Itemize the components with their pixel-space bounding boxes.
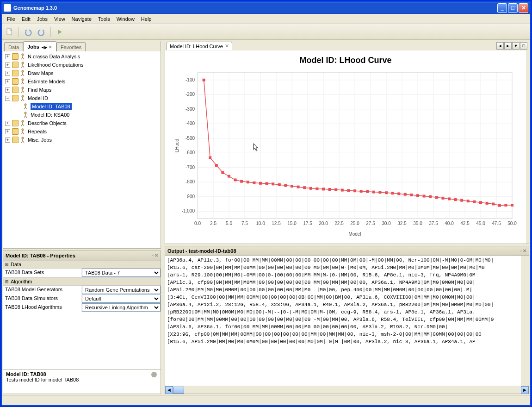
svg-rect-90 bbox=[297, 186, 300, 188]
expand-icon[interactable]: + bbox=[5, 54, 10, 59]
tree-item[interactable]: +Find Maps bbox=[4, 86, 160, 94]
menu-navigate[interactable]: Navigate bbox=[68, 15, 95, 23]
lhood-chart: 0.02.55.07.510.012.515.017.520.022.525.0… bbox=[172, 68, 519, 239]
svg-rect-92 bbox=[309, 187, 312, 190]
svg-point-2 bbox=[22, 62, 24, 64]
svg-rect-83 bbox=[253, 182, 255, 184]
prop-select[interactable]: Random Gene Permutations bbox=[82, 286, 161, 294]
nav-prev-button[interactable]: ◄ bbox=[496, 42, 504, 50]
svg-point-3 bbox=[22, 70, 24, 72]
scroll-thumb[interactable] bbox=[173, 387, 184, 394]
chart-tab[interactable]: Model ID: LHood Curve ✕ bbox=[167, 42, 232, 50]
tree-item[interactable]: Model ID: TAB08 bbox=[4, 102, 160, 111]
svg-rect-110 bbox=[423, 194, 426, 197]
collapse-icon[interactable]: − bbox=[5, 96, 10, 101]
tree-item[interactable]: Model ID: KSA00 bbox=[4, 111, 160, 119]
scroll-right-button[interactable]: ► bbox=[521, 386, 529, 394]
prop-select[interactable]: Recursive Linking Algorithm bbox=[82, 303, 161, 312]
undo-button[interactable] bbox=[23, 27, 33, 37]
tab-favorites[interactable]: Favorites bbox=[56, 42, 86, 51]
menu-jobs[interactable]: Jobs bbox=[34, 15, 51, 23]
expand-icon[interactable]: + bbox=[5, 129, 10, 134]
nav-next-button[interactable]: ► bbox=[504, 42, 512, 50]
menu-view[interactable]: View bbox=[51, 15, 68, 23]
svg-text:-300: -300 bbox=[186, 106, 195, 112]
props-window-icon[interactable]: ▫ bbox=[152, 253, 154, 258]
maximize-button[interactable]: □ bbox=[508, 3, 518, 13]
chart-vscrollbar[interactable] bbox=[526, 50, 529, 244]
svg-text:-400: -400 bbox=[186, 121, 195, 126]
expand-icon[interactable]: + bbox=[5, 71, 10, 76]
svg-rect-109 bbox=[416, 194, 419, 197]
svg-rect-115 bbox=[454, 198, 457, 201]
tree-item[interactable]: +Repeats bbox=[4, 127, 160, 136]
tree-item[interactable]: +Misc. Jobs bbox=[4, 136, 160, 144]
run-button[interactable] bbox=[55, 27, 65, 37]
svg-text:40.0: 40.0 bbox=[445, 221, 454, 226]
svg-rect-120 bbox=[486, 202, 489, 205]
svg-rect-84 bbox=[259, 182, 262, 185]
svg-text:20.0: 20.0 bbox=[319, 221, 328, 226]
minimize-button[interactable]: _ bbox=[497, 3, 507, 13]
menu-help[interactable]: Help bbox=[138, 15, 155, 23]
scroll-left-button[interactable]: ◄ bbox=[165, 386, 173, 394]
tree-item[interactable]: +Draw Maps bbox=[4, 69, 160, 77]
svg-rect-106 bbox=[397, 192, 400, 195]
svg-rect-85 bbox=[266, 182, 268, 185]
svg-point-10 bbox=[22, 129, 24, 131]
menu-tools[interactable]: Tools bbox=[95, 15, 113, 23]
svg-point-9 bbox=[22, 120, 24, 122]
app-icon bbox=[4, 4, 11, 12]
prop-select[interactable]: TAB08 Data - 7 bbox=[82, 269, 161, 277]
tab-data[interactable]: Data bbox=[4, 42, 23, 51]
menu-window[interactable]: Window bbox=[113, 15, 138, 23]
close-button[interactable]: ✕ bbox=[519, 3, 528, 13]
svg-rect-0 bbox=[7, 29, 12, 35]
status-dot-icon bbox=[151, 372, 157, 377]
prop-section[interactable]: Data bbox=[3, 260, 161, 269]
expand-icon[interactable]: + bbox=[5, 79, 10, 84]
new-file-button[interactable] bbox=[5, 27, 15, 37]
nav-maximize-button[interactable]: □ bbox=[520, 42, 527, 50]
prop-select[interactable]: Default bbox=[82, 294, 161, 303]
tree-item[interactable]: +Likelihood Computations bbox=[4, 61, 160, 69]
output-window-icon[interactable]: ▫ bbox=[520, 248, 522, 253]
tree-item[interactable]: +N.crassa Data Analysis bbox=[4, 52, 160, 61]
expand-icon[interactable]: + bbox=[5, 121, 10, 126]
menu-file[interactable]: File bbox=[4, 15, 19, 23]
output-hscrollbar[interactable]: ◄ ► bbox=[165, 386, 529, 394]
output-text[interactable]: [AP36a.4, AP1lc.3, for00|00|MM|MM|00MM|0… bbox=[165, 256, 521, 386]
tree-item[interactable]: +Describe Objects bbox=[4, 119, 160, 127]
svg-rect-96 bbox=[334, 188, 337, 191]
prop-section[interactable]: Algorithm bbox=[3, 277, 161, 286]
expand-icon[interactable]: + bbox=[5, 63, 10, 68]
svg-rect-75 bbox=[203, 79, 205, 81]
output-vscrollbar[interactable] bbox=[521, 256, 529, 386]
svg-rect-108 bbox=[410, 194, 413, 196]
titlebar[interactable]: Genomemap 1.3.0 _ □ ✕ bbox=[2, 2, 530, 14]
tree-item[interactable]: −Model ID bbox=[4, 94, 160, 102]
props-close-icon[interactable]: ✕ bbox=[155, 253, 158, 258]
tab-jobs[interactable]: Jobs ◄▶ ✕ bbox=[23, 41, 56, 51]
prop-desc-title: Model ID: TAB08 bbox=[6, 371, 158, 377]
left-tabstrip: DataJobs ◄▶ ✕Favorites bbox=[3, 41, 161, 51]
svg-rect-100 bbox=[360, 190, 363, 193]
tree-item[interactable]: +Estimate Models bbox=[4, 77, 160, 86]
properties-panel: Model ID: TAB08 - Properties ▫ ✕ DataTAB… bbox=[3, 250, 161, 394]
folder-icon bbox=[12, 78, 19, 85]
menu-edit[interactable]: Edit bbox=[19, 15, 34, 23]
redo-button[interactable] bbox=[37, 27, 47, 37]
output-close-icon[interactable]: ✕ bbox=[523, 248, 526, 253]
svg-rect-78 bbox=[221, 171, 224, 174]
svg-rect-119 bbox=[479, 201, 482, 204]
expand-icon[interactable]: + bbox=[5, 138, 10, 143]
tree-label: Model ID bbox=[28, 95, 48, 101]
svg-rect-111 bbox=[429, 195, 432, 198]
svg-rect-99 bbox=[353, 189, 356, 192]
svg-text:LHood: LHood bbox=[174, 139, 179, 152]
jobs-tree[interactable]: +N.crassa Data Analysis+Likelihood Compu… bbox=[3, 51, 161, 248]
expand-icon[interactable]: + bbox=[5, 88, 10, 93]
tab-close-icon[interactable]: ✕ bbox=[225, 43, 229, 49]
nav-dropdown-button[interactable]: ▼ bbox=[512, 42, 520, 50]
svg-text:Model: Model bbox=[348, 232, 361, 237]
